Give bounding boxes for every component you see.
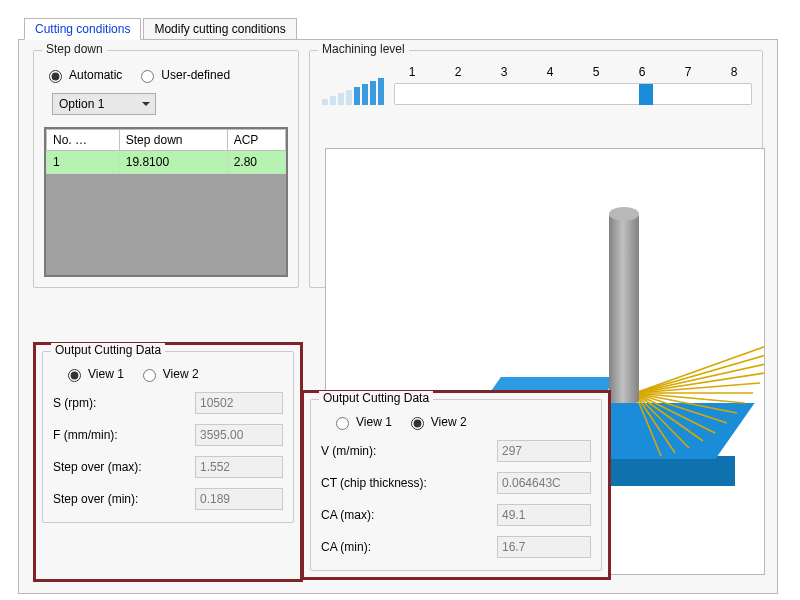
radio-input-ocd1-view1[interactable] xyxy=(68,369,81,382)
radio-ocd1-view2[interactable]: View 2 xyxy=(138,366,199,382)
label-ct-chip-thickness: CT (chip thickness): xyxy=(321,476,497,490)
tool-cylinder-top xyxy=(609,207,639,221)
radio-input-ocd1-view2[interactable] xyxy=(143,369,156,382)
col-no[interactable]: No. … xyxy=(47,130,120,151)
output-cutting-data-view2-box: Output Cutting Data View 1 View 2 V (m/m… xyxy=(301,390,611,580)
svg-line-3 xyxy=(635,373,765,393)
radio-ocd2-view1[interactable]: View 1 xyxy=(331,414,392,430)
radio-step-down-user-defined[interactable]: User-defined xyxy=(136,67,230,83)
tab-cutting-conditions[interactable]: Cutting conditions xyxy=(24,18,141,40)
label-s-rpm: S (rpm): xyxy=(53,396,195,410)
slider-ticks: 12 34 56 78 xyxy=(394,65,752,79)
svg-line-12 xyxy=(635,393,675,453)
label-f-mmmin: F (mm/min): xyxy=(53,428,195,442)
table-row[interactable]: 1 19.8100 2.80 xyxy=(47,151,286,174)
radio-label-ocd2-view2: View 2 xyxy=(431,415,467,429)
label-stepover-max: Step over (max): xyxy=(53,460,195,474)
radio-input-ocd2-view2[interactable] xyxy=(411,417,424,430)
combo-step-down-option[interactable]: Option 1 xyxy=(52,93,156,115)
radio-label-ocd1-view1: View 1 xyxy=(88,367,124,381)
col-stepdown[interactable]: Step down xyxy=(119,130,227,151)
group-step-down: Step down Automatic User-defined Option … xyxy=(33,50,299,288)
value-v-mmin: 297 xyxy=(497,440,591,462)
radio-input-ocd2-view1[interactable] xyxy=(336,417,349,430)
label-ca-min: CA (min): xyxy=(321,540,497,554)
cell-acp: 2.80 xyxy=(227,151,285,174)
legend-machining-level: Machining level xyxy=(318,42,409,56)
col-acp[interactable]: ACP xyxy=(227,130,285,151)
value-stepover-min: 0.189 xyxy=(195,488,283,510)
radio-label-user-defined: User-defined xyxy=(161,68,230,82)
value-ca-min: 16.7 xyxy=(497,536,591,558)
value-f-mmmin: 3595.00 xyxy=(195,424,283,446)
radio-label-automatic: Automatic xyxy=(69,68,122,82)
slider-knob[interactable] xyxy=(639,84,653,105)
grid-step-down[interactable]: No. … Step down ACP 1 19.8100 2.80 xyxy=(44,127,288,277)
slider-machining-level[interactable] xyxy=(394,83,752,105)
label-stepover-min: Step over (min): xyxy=(53,492,195,506)
output-cutting-data-view1-box: Output Cutting Data View 1 View 2 S (rpm… xyxy=(33,342,303,582)
value-s-rpm: 10502 xyxy=(195,392,283,414)
radio-input-user-defined[interactable] xyxy=(141,70,154,83)
legend-output-cutting-data-2: Output Cutting Data xyxy=(319,391,433,405)
cell-no: 1 xyxy=(47,151,120,174)
tab-modify-cutting-conditions[interactable]: Modify cutting conditions xyxy=(143,18,296,40)
bars-icon xyxy=(320,79,384,105)
label-v-mmin: V (m/min): xyxy=(321,444,497,458)
value-stepover-max: 1.552 xyxy=(195,456,283,478)
radio-ocd2-view2[interactable]: View 2 xyxy=(406,414,467,430)
cell-stepdown: 19.8100 xyxy=(119,151,227,174)
radio-input-automatic[interactable] xyxy=(49,70,62,83)
legend-step-down: Step down xyxy=(42,42,107,56)
label-ca-max: CA (max): xyxy=(321,508,497,522)
radio-label-ocd1-view2: View 2 xyxy=(163,367,199,381)
radio-ocd1-view1[interactable]: View 1 xyxy=(63,366,124,382)
value-ca-max: 49.1 xyxy=(497,504,591,526)
legend-output-cutting-data-1: Output Cutting Data xyxy=(51,343,165,357)
radio-step-down-automatic[interactable]: Automatic xyxy=(44,67,122,83)
radio-label-ocd2-view1: View 1 xyxy=(356,415,392,429)
tool-cylinder xyxy=(609,213,639,403)
value-ct-chip-thickness: 0.064643C xyxy=(497,472,591,494)
panel-cutting-conditions: Step down Automatic User-defined Option … xyxy=(18,39,778,594)
